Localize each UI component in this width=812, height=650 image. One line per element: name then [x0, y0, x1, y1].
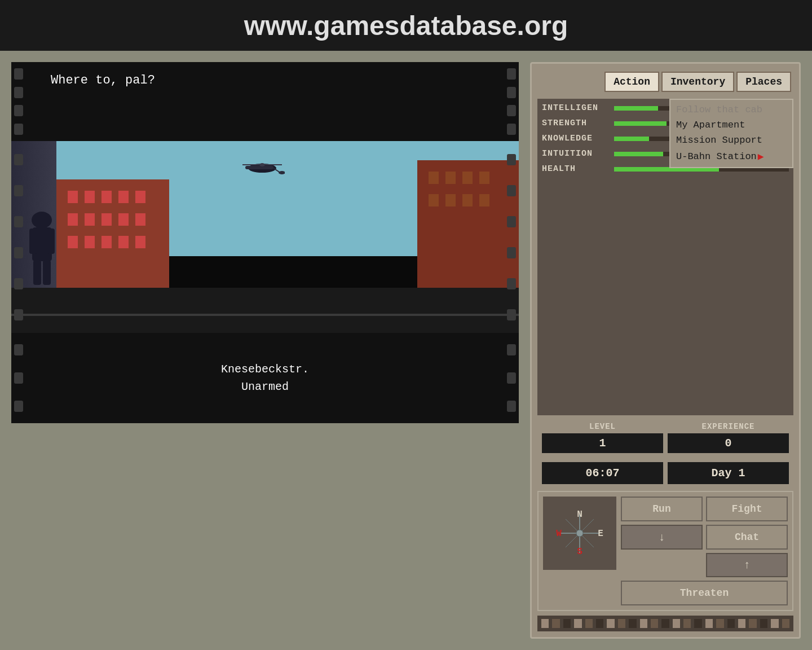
character-figure [27, 212, 58, 285]
compass-inner: N S E W [554, 508, 605, 559]
dialog-text: Where to, pal? [51, 73, 155, 87]
bottom-pixel [705, 619, 713, 628]
svg-text:S: S [577, 547, 582, 557]
window [429, 194, 439, 207]
bottom-pixel [716, 619, 723, 628]
day-display: Day 1 [668, 462, 789, 484]
film-hole [14, 68, 23, 80]
tab-inventory[interactable]: Inventory [661, 72, 734, 92]
right-panel: Action Inventory Places INTELLIGEN STREN… [530, 62, 801, 639]
svg-text:W: W [556, 529, 562, 539]
film-hole [507, 344, 516, 355]
bottom-pixel [596, 619, 603, 628]
stat-fill-intuition [614, 152, 663, 156]
fight-button[interactable]: Fight [706, 497, 788, 521]
film-hole [14, 87, 23, 98]
stat-label-health: HEALTH [542, 164, 610, 174]
window [135, 213, 145, 226]
dropdown-item-ubahn[interactable]: U-Bahn Station ▶ [670, 148, 792, 165]
bottom-pixel [782, 619, 789, 628]
film-holes-right-top [507, 62, 516, 141]
stat-fill-knowledge [614, 137, 649, 141]
watermark-text: www.gamesdatabase.org [244, 10, 568, 41]
film-hole [14, 154, 23, 165]
level-value: 1 [542, 433, 663, 453]
film-hole [507, 154, 516, 165]
chat-button[interactable]: Chat [706, 525, 788, 550]
film-hole [507, 247, 516, 258]
svg-rect-8 [29, 229, 37, 254]
film-hole [507, 278, 516, 289]
film-hole [507, 87, 516, 98]
scene-film-holes-right [507, 141, 516, 333]
bottom-pixel [629, 619, 636, 628]
window [102, 191, 112, 203]
stats-area: INTELLIGEN STRENGTH KNOWLEDGE [537, 99, 793, 415]
svg-rect-1 [245, 166, 273, 169]
stat-label-intelligence: INTELLIGEN [542, 103, 610, 113]
film-hole [14, 372, 23, 384]
status-bar: Knesebeckstr. Unarmed [11, 333, 519, 423]
dropdown-item-mission[interactable]: Mission Support [670, 133, 792, 148]
bottom-pixel [607, 619, 614, 628]
stat-label-intuition: INTUITION [542, 149, 610, 159]
film-hole [507, 309, 516, 320]
film-hole [14, 105, 23, 116]
svg-point-3 [259, 163, 265, 166]
window [445, 172, 456, 184]
run-button[interactable]: Run [621, 497, 703, 521]
dropdown-item-follow[interactable]: Follow that cab [670, 102, 792, 117]
dialog-area: Where to, pal? [11, 62, 519, 141]
helicopter [240, 158, 285, 175]
window [85, 213, 95, 226]
svg-point-6 [32, 212, 52, 229]
bottom-pixel [694, 619, 701, 628]
threaten-button[interactable]: Threaten [621, 581, 788, 605]
window [68, 213, 78, 226]
window [462, 172, 473, 184]
bottom-pixel [771, 619, 778, 628]
window [479, 194, 489, 207]
film-hole [14, 278, 23, 289]
bottom-pixel [618, 619, 625, 628]
tab-places[interactable]: Places [736, 72, 791, 92]
stat-fill-strength [614, 121, 667, 126]
film-holes-left-bottom [14, 333, 23, 423]
svg-rect-11 [43, 260, 51, 285]
film-hole [14, 247, 23, 258]
stat-label-strength: STRENGTH [542, 118, 610, 128]
film-hole [507, 372, 516, 384]
experience-block: EXPERIENCE 0 [668, 422, 789, 453]
left-panel: Where to, pal? [11, 62, 519, 639]
compass: N S E W [543, 497, 616, 570]
arrow-down-button[interactable]: ↓ [621, 525, 703, 550]
window [135, 236, 145, 248]
watermark-bar: www.gamesdatabase.org [0, 0, 812, 51]
dropdown-arrow-icon: ▶ [758, 150, 764, 162]
arrow-up-button[interactable]: ↑ [706, 553, 788, 577]
clock-display: 06:07 [542, 462, 663, 484]
scene-canvas [11, 141, 519, 333]
scene-area [11, 141, 519, 333]
tab-action[interactable]: Action [604, 72, 659, 92]
compass-svg: N S E W [554, 508, 605, 559]
film-hole [14, 309, 23, 320]
svg-point-16 [576, 530, 583, 537]
film-hole [507, 124, 516, 135]
window [102, 236, 112, 248]
window [68, 236, 78, 248]
scene-film-holes-left [14, 141, 23, 333]
action-buttons: Run Fight ↓ Chat ↑ Threaten [621, 497, 788, 605]
experience-value: 0 [668, 433, 789, 453]
game-container: Where to, pal? [0, 51, 812, 650]
film-hole [507, 105, 516, 116]
dropdown-item-apartment[interactable]: My Apartment [670, 117, 792, 133]
tab-bar: Action Inventory Places [537, 69, 793, 94]
controls-area: N S E W Run Fight ↓ Chat ↑ Threaten [537, 491, 793, 611]
experience-title: EXPERIENCE [668, 422, 789, 431]
film-holes-left-top [14, 62, 23, 141]
window [445, 194, 456, 207]
window [429, 172, 439, 184]
film-hole [14, 344, 23, 355]
window [462, 194, 473, 207]
